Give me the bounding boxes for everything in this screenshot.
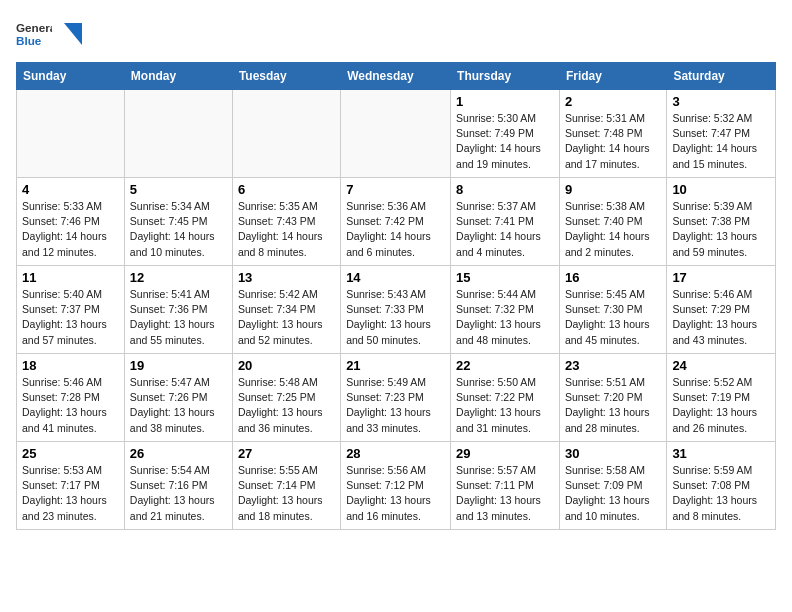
day-info: Sunrise: 5:44 AM Sunset: 7:32 PM Dayligh… bbox=[456, 287, 554, 348]
day-number: 14 bbox=[346, 270, 445, 285]
day-info: Sunrise: 5:50 AM Sunset: 7:22 PM Dayligh… bbox=[456, 375, 554, 436]
day-cell: 1Sunrise: 5:30 AM Sunset: 7:49 PM Daylig… bbox=[451, 90, 560, 178]
day-cell: 20Sunrise: 5:48 AM Sunset: 7:25 PM Dayli… bbox=[232, 354, 340, 442]
day-number: 1 bbox=[456, 94, 554, 109]
week-row-2: 4Sunrise: 5:33 AM Sunset: 7:46 PM Daylig… bbox=[17, 178, 776, 266]
day-number: 19 bbox=[130, 358, 227, 373]
day-number: 18 bbox=[22, 358, 119, 373]
col-header-saturday: Saturday bbox=[667, 63, 776, 90]
day-number: 4 bbox=[22, 182, 119, 197]
logo-triangle-icon bbox=[64, 23, 82, 45]
day-number: 30 bbox=[565, 446, 661, 461]
day-cell: 23Sunrise: 5:51 AM Sunset: 7:20 PM Dayli… bbox=[559, 354, 666, 442]
day-cell: 4Sunrise: 5:33 AM Sunset: 7:46 PM Daylig… bbox=[17, 178, 125, 266]
day-info: Sunrise: 5:47 AM Sunset: 7:26 PM Dayligh… bbox=[130, 375, 227, 436]
day-number: 11 bbox=[22, 270, 119, 285]
day-number: 22 bbox=[456, 358, 554, 373]
day-info: Sunrise: 5:54 AM Sunset: 7:16 PM Dayligh… bbox=[130, 463, 227, 524]
day-number: 3 bbox=[672, 94, 770, 109]
day-info: Sunrise: 5:37 AM Sunset: 7:41 PM Dayligh… bbox=[456, 199, 554, 260]
day-cell: 12Sunrise: 5:41 AM Sunset: 7:36 PM Dayli… bbox=[124, 266, 232, 354]
day-cell: 21Sunrise: 5:49 AM Sunset: 7:23 PM Dayli… bbox=[341, 354, 451, 442]
day-info: Sunrise: 5:33 AM Sunset: 7:46 PM Dayligh… bbox=[22, 199, 119, 260]
day-cell: 14Sunrise: 5:43 AM Sunset: 7:33 PM Dayli… bbox=[341, 266, 451, 354]
day-number: 10 bbox=[672, 182, 770, 197]
day-cell: 31Sunrise: 5:59 AM Sunset: 7:08 PM Dayli… bbox=[667, 442, 776, 530]
day-info: Sunrise: 5:56 AM Sunset: 7:12 PM Dayligh… bbox=[346, 463, 445, 524]
day-info: Sunrise: 5:48 AM Sunset: 7:25 PM Dayligh… bbox=[238, 375, 335, 436]
day-info: Sunrise: 5:42 AM Sunset: 7:34 PM Dayligh… bbox=[238, 287, 335, 348]
day-cell: 30Sunrise: 5:58 AM Sunset: 7:09 PM Dayli… bbox=[559, 442, 666, 530]
header-row: SundayMondayTuesdayWednesdayThursdayFrid… bbox=[17, 63, 776, 90]
day-number: 5 bbox=[130, 182, 227, 197]
day-info: Sunrise: 5:51 AM Sunset: 7:20 PM Dayligh… bbox=[565, 375, 661, 436]
day-number: 13 bbox=[238, 270, 335, 285]
day-info: Sunrise: 5:53 AM Sunset: 7:17 PM Dayligh… bbox=[22, 463, 119, 524]
svg-text:General: General bbox=[16, 21, 52, 34]
day-info: Sunrise: 5:31 AM Sunset: 7:48 PM Dayligh… bbox=[565, 111, 661, 172]
day-cell: 17Sunrise: 5:46 AM Sunset: 7:29 PM Dayli… bbox=[667, 266, 776, 354]
day-cell: 8Sunrise: 5:37 AM Sunset: 7:41 PM Daylig… bbox=[451, 178, 560, 266]
day-number: 29 bbox=[456, 446, 554, 461]
day-cell: 26Sunrise: 5:54 AM Sunset: 7:16 PM Dayli… bbox=[124, 442, 232, 530]
day-number: 16 bbox=[565, 270, 661, 285]
day-info: Sunrise: 5:32 AM Sunset: 7:47 PM Dayligh… bbox=[672, 111, 770, 172]
day-info: Sunrise: 5:46 AM Sunset: 7:28 PM Dayligh… bbox=[22, 375, 119, 436]
logo-icon: General Blue bbox=[16, 16, 52, 52]
day-info: Sunrise: 5:45 AM Sunset: 7:30 PM Dayligh… bbox=[565, 287, 661, 348]
page-header: General Blue bbox=[16, 16, 776, 52]
day-info: Sunrise: 5:49 AM Sunset: 7:23 PM Dayligh… bbox=[346, 375, 445, 436]
day-number: 23 bbox=[565, 358, 661, 373]
col-header-friday: Friday bbox=[559, 63, 666, 90]
day-number: 21 bbox=[346, 358, 445, 373]
day-cell: 6Sunrise: 5:35 AM Sunset: 7:43 PM Daylig… bbox=[232, 178, 340, 266]
day-info: Sunrise: 5:41 AM Sunset: 7:36 PM Dayligh… bbox=[130, 287, 227, 348]
day-number: 25 bbox=[22, 446, 119, 461]
week-row-5: 25Sunrise: 5:53 AM Sunset: 7:17 PM Dayli… bbox=[17, 442, 776, 530]
day-number: 17 bbox=[672, 270, 770, 285]
day-number: 20 bbox=[238, 358, 335, 373]
day-info: Sunrise: 5:30 AM Sunset: 7:49 PM Dayligh… bbox=[456, 111, 554, 172]
day-info: Sunrise: 5:43 AM Sunset: 7:33 PM Dayligh… bbox=[346, 287, 445, 348]
day-info: Sunrise: 5:40 AM Sunset: 7:37 PM Dayligh… bbox=[22, 287, 119, 348]
day-number: 27 bbox=[238, 446, 335, 461]
col-header-sunday: Sunday bbox=[17, 63, 125, 90]
day-number: 9 bbox=[565, 182, 661, 197]
day-info: Sunrise: 5:34 AM Sunset: 7:45 PM Dayligh… bbox=[130, 199, 227, 260]
day-cell: 9Sunrise: 5:38 AM Sunset: 7:40 PM Daylig… bbox=[559, 178, 666, 266]
day-cell: 24Sunrise: 5:52 AM Sunset: 7:19 PM Dayli… bbox=[667, 354, 776, 442]
day-info: Sunrise: 5:38 AM Sunset: 7:40 PM Dayligh… bbox=[565, 199, 661, 260]
day-info: Sunrise: 5:39 AM Sunset: 7:38 PM Dayligh… bbox=[672, 199, 770, 260]
day-info: Sunrise: 5:59 AM Sunset: 7:08 PM Dayligh… bbox=[672, 463, 770, 524]
day-info: Sunrise: 5:55 AM Sunset: 7:14 PM Dayligh… bbox=[238, 463, 335, 524]
day-info: Sunrise: 5:46 AM Sunset: 7:29 PM Dayligh… bbox=[672, 287, 770, 348]
day-cell: 11Sunrise: 5:40 AM Sunset: 7:37 PM Dayli… bbox=[17, 266, 125, 354]
day-number: 31 bbox=[672, 446, 770, 461]
col-header-tuesday: Tuesday bbox=[232, 63, 340, 90]
logo: General Blue bbox=[16, 16, 82, 52]
day-number: 28 bbox=[346, 446, 445, 461]
col-header-wednesday: Wednesday bbox=[341, 63, 451, 90]
day-cell bbox=[124, 90, 232, 178]
day-cell: 2Sunrise: 5:31 AM Sunset: 7:48 PM Daylig… bbox=[559, 90, 666, 178]
day-cell: 18Sunrise: 5:46 AM Sunset: 7:28 PM Dayli… bbox=[17, 354, 125, 442]
col-header-thursday: Thursday bbox=[451, 63, 560, 90]
day-info: Sunrise: 5:58 AM Sunset: 7:09 PM Dayligh… bbox=[565, 463, 661, 524]
day-cell: 27Sunrise: 5:55 AM Sunset: 7:14 PM Dayli… bbox=[232, 442, 340, 530]
day-info: Sunrise: 5:52 AM Sunset: 7:19 PM Dayligh… bbox=[672, 375, 770, 436]
day-cell bbox=[17, 90, 125, 178]
day-info: Sunrise: 5:57 AM Sunset: 7:11 PM Dayligh… bbox=[456, 463, 554, 524]
day-number: 7 bbox=[346, 182, 445, 197]
svg-text:Blue: Blue bbox=[16, 34, 42, 47]
day-cell: 10Sunrise: 5:39 AM Sunset: 7:38 PM Dayli… bbox=[667, 178, 776, 266]
calendar-table: SundayMondayTuesdayWednesdayThursdayFrid… bbox=[16, 62, 776, 530]
day-cell: 5Sunrise: 5:34 AM Sunset: 7:45 PM Daylig… bbox=[124, 178, 232, 266]
day-number: 12 bbox=[130, 270, 227, 285]
week-row-1: 1Sunrise: 5:30 AM Sunset: 7:49 PM Daylig… bbox=[17, 90, 776, 178]
day-number: 6 bbox=[238, 182, 335, 197]
day-number: 26 bbox=[130, 446, 227, 461]
day-number: 24 bbox=[672, 358, 770, 373]
week-row-4: 18Sunrise: 5:46 AM Sunset: 7:28 PM Dayli… bbox=[17, 354, 776, 442]
day-number: 2 bbox=[565, 94, 661, 109]
day-number: 15 bbox=[456, 270, 554, 285]
